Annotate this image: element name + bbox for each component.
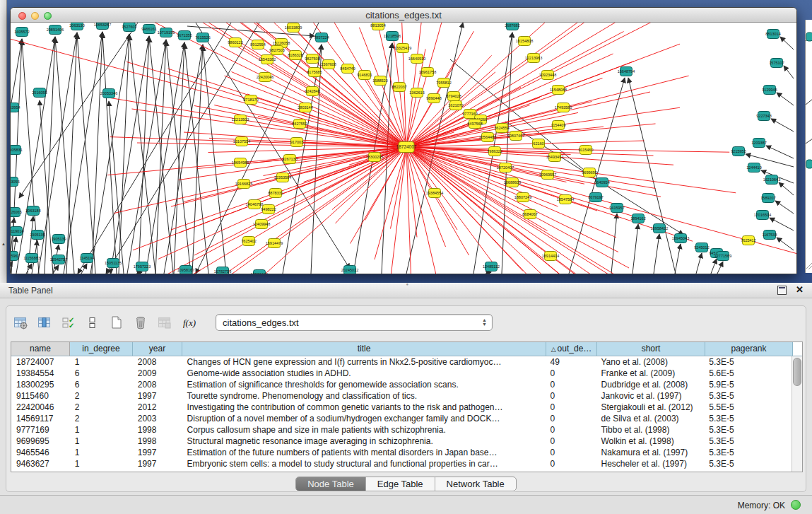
black-edge[interactable] — [771, 119, 794, 132]
black-edge[interactable] — [77, 34, 95, 274]
teal-node[interactable]: 16782759 — [214, 267, 231, 274]
yellow-node[interactable]: 18807249 — [514, 193, 531, 202]
yellow-node[interactable]: 9890448 — [426, 94, 441, 103]
yellow-node[interactable]: 8878332 — [268, 189, 283, 198]
teal-node[interactable]: 8679197 — [588, 193, 603, 202]
float-panel-icon[interactable] — [777, 286, 787, 295]
black-edge[interactable] — [784, 66, 794, 78]
unselect-rows-icon[interactable] — [83, 313, 102, 332]
teal-node[interactable]: 16648794 — [618, 67, 635, 76]
teal-node[interactable]: 3915967 — [11, 252, 20, 261]
table-row[interactable]: 1456911722003Disruption of a novel membe… — [11, 413, 792, 424]
yellow-node[interactable]: 19654985 — [232, 158, 249, 168]
black-edge[interactable] — [136, 272, 142, 274]
black-edge[interactable] — [102, 33, 117, 274]
black-edge[interactable] — [780, 37, 794, 49]
close-panel-icon[interactable]: ✕ — [796, 284, 804, 295]
black-edge[interactable] — [632, 224, 638, 274]
node-table[interactable]: namein_degreeyeartitle△out_de…shortpager… — [11, 341, 803, 472]
yellow-node[interactable]: 6497568 — [467, 119, 482, 129]
yellow-node[interactable]: 7986322 — [487, 147, 502, 156]
red-edge[interactable] — [406, 147, 736, 193]
column-header-out_de[interactable]: △out_de… — [546, 342, 597, 356]
table-scrollbar-thumb[interactable] — [793, 358, 801, 386]
yellow-node[interactable]: 19166825 — [235, 180, 252, 189]
combobox-stepper-icon[interactable]: ▲▼ — [481, 316, 488, 329]
teal-node[interactable]: 2063055 — [11, 177, 20, 187]
teal-node[interactable]: 2126065 — [11, 208, 22, 217]
yellow-node[interactable]: 3624554 — [494, 124, 509, 133]
yellow-node[interactable]: 7625402 — [241, 237, 256, 246]
red-edge[interactable] — [406, 147, 618, 252]
yellow-node[interactable]: 22420046 — [257, 73, 273, 82]
teal-node[interactable]: 1640954 — [594, 178, 609, 187]
yellow-node[interactable]: 13107554 — [233, 137, 250, 146]
table-row[interactable]: 911546021997Tourette syndrome. Phenomeno… — [11, 390, 792, 402]
black-edge[interactable] — [26, 264, 32, 274]
window-titlebar[interactable]: citations_edges.txt — [11, 8, 796, 23]
teal-node[interactable]: 9245012 — [694, 243, 709, 252]
network-view-window[interactable]: citations_edges.txt 14055722089140620631… — [10, 7, 797, 274]
black-edge[interactable] — [78, 23, 231, 274]
yellow-node[interactable]: 10969557 — [539, 170, 556, 180]
black-edge[interactable] — [777, 238, 794, 250]
table-row[interactable]: 977716911998Corpus callosum shape and si… — [11, 424, 792, 436]
black-edge[interactable] — [203, 46, 226, 274]
table-row[interactable]: 1872400712008Changes of HCN gene express… — [11, 356, 792, 368]
yellow-node[interactable]: 19384554 — [426, 189, 443, 198]
black-edge[interactable] — [611, 214, 617, 274]
table-selector-combobox[interactable]: citations_edges.txt▲▼ — [216, 314, 493, 331]
teal-node[interactable]: 9671355 — [177, 31, 192, 40]
black-edge[interactable] — [109, 101, 124, 274]
teal-node[interactable]: 1894162 — [630, 214, 645, 223]
yellow-node[interactable]: 8186328 — [288, 51, 302, 60]
black-edge[interactable] — [127, 40, 166, 274]
teal-node[interactable]: 20245012 — [341, 266, 358, 274]
table-header-row[interactable]: namein_degreeyeartitle△out_de…shortpager… — [11, 342, 802, 356]
teal-node[interactable]: 1905135 — [30, 230, 45, 240]
black-edge[interactable] — [777, 93, 794, 105]
teal-node[interactable]: 12942757 — [50, 255, 67, 264]
yellow-node[interactable]: 9498222 — [261, 205, 276, 214]
black-edge[interactable] — [81, 264, 87, 274]
yellow-node[interactable]: 2718170 — [243, 95, 258, 105]
red-edge[interactable] — [406, 147, 629, 268]
yellow-node[interactable]: 18547584 — [557, 195, 574, 204]
yellow-node[interactable]: 6794028 — [446, 92, 461, 101]
teal-node[interactable]: 1244419 — [746, 163, 761, 173]
black-edge[interactable] — [775, 201, 794, 214]
yellow-node[interactable]: 18300295 — [366, 153, 383, 162]
teal-node[interactable]: 10719195 — [158, 28, 175, 37]
yellow-node[interactable]: 16961758 — [419, 68, 436, 77]
teal-node[interactable]: 9129946 — [762, 86, 777, 95]
yellow-node[interactable]: 1154409 — [551, 121, 565, 130]
yellow-node[interactable]: 8175685 — [307, 68, 322, 77]
yellow-node[interactable]: 9827508 — [305, 54, 319, 64]
teal-node[interactable]: 7857224 — [314, 33, 329, 42]
yellow-node[interactable]: 2367608 — [321, 60, 336, 69]
yellow-node[interactable]: 12353584 — [274, 173, 291, 182]
yellow-node[interactable]: 9699695 — [582, 168, 596, 177]
teal-node[interactable]: 9466161 — [141, 25, 156, 34]
black-edge[interactable] — [770, 218, 794, 230]
teal-node[interactable]: 19218596 — [384, 32, 401, 41]
black-edge[interactable] — [717, 262, 723, 274]
tab-node-table[interactable]: Node Table — [296, 477, 366, 491]
panel-resize-grip[interactable]: ● — [406, 284, 412, 286]
yellow-node[interactable]: 9267130 — [282, 155, 297, 164]
teal-node[interactable]: 12923446 — [251, 270, 268, 274]
red-edge[interactable] — [406, 147, 449, 274]
teal-node[interactable]: 10653287 — [94, 23, 111, 30]
network-graph[interactable]: 1405572208914062063130106532871527602946… — [11, 23, 796, 274]
black-edge[interactable] — [28, 216, 33, 274]
black-edge[interactable] — [106, 23, 259, 274]
yellow-node[interactable]: 8822037 — [392, 83, 406, 92]
memory-status-icon[interactable] — [791, 500, 801, 510]
yellow-node[interactable]: 18720407 — [497, 163, 514, 173]
red-edge[interactable] — [406, 92, 650, 147]
yellow-node[interactable]: 12213503 — [232, 115, 249, 124]
yellow-node[interactable]: 8813054 — [370, 23, 385, 30]
teal-node[interactable]: 20891406 — [47, 25, 64, 35]
column-header-name[interactable]: name — [11, 342, 70, 356]
teal-node[interactable]: 1905831 — [11, 146, 23, 155]
